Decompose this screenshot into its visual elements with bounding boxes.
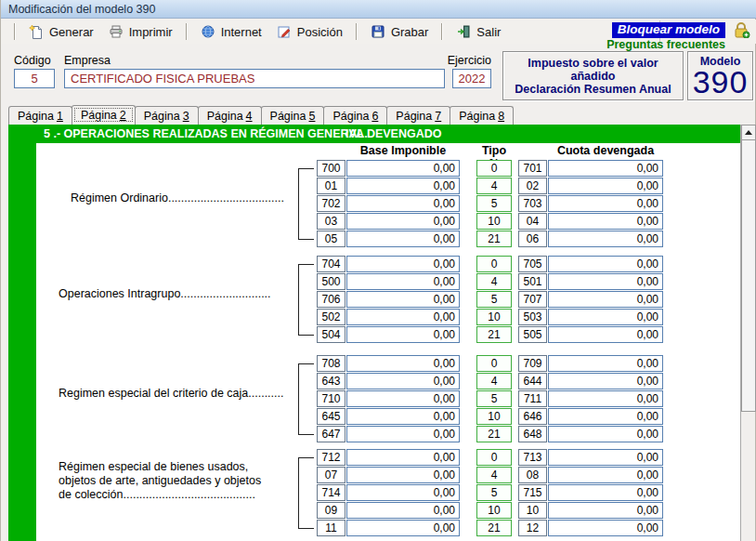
grabar-button[interactable]: Grabar	[363, 22, 436, 41]
base-imponible-field-05[interactable]: 0,00	[346, 231, 460, 247]
tipo-percent-box: 5	[476, 390, 512, 407]
cuota-devengada-field-08[interactable]: 0,00	[548, 467, 663, 483]
box-code-708: 708	[317, 355, 345, 372]
window-title: Modificación del modelo 390	[8, 3, 155, 16]
tab-pagina-3[interactable]: Página3	[135, 106, 199, 125]
box-code-707: 707	[518, 291, 547, 308]
salir-button[interactable]: Salir	[449, 22, 508, 41]
tipo-percent-box: 0	[476, 355, 512, 372]
codigo-field[interactable]: 5	[14, 69, 55, 88]
cuota-devengada-field-503[interactable]: 0,00	[548, 309, 663, 325]
tab-label: Página	[18, 110, 54, 123]
base-imponible-field-700[interactable]: 0,00	[346, 160, 460, 177]
cuota-devengada-field-644[interactable]: 0,00	[548, 373, 663, 389]
title-bar: Modificación del modelo 390	[1, 0, 756, 19]
printer-icon	[109, 24, 124, 39]
tab-pagina-1[interactable]: Página1	[8, 106, 72, 125]
tab-accel: 1	[57, 110, 63, 123]
scrollbar-thumb[interactable]	[741, 139, 756, 412]
generar-button[interactable]: Generar	[21, 22, 101, 41]
cuota-devengada-field-06[interactable]: 0,00	[548, 231, 663, 247]
base-imponible-field-702[interactable]: 0,00	[346, 195, 460, 212]
tipo-percent-box: 21	[476, 426, 512, 442]
base-imponible-field-01[interactable]: 0,00	[346, 178, 460, 194]
base-imponible-field-704[interactable]: 0,00	[346, 256, 460, 272]
base-imponible-field-502[interactable]: 0,00	[346, 309, 460, 325]
base-imponible-field-643[interactable]: 0,00	[346, 373, 460, 389]
tab-pagina-7[interactable]: Página7	[386, 106, 450, 125]
cuota-devengada-field-501[interactable]: 0,00	[548, 273, 663, 290]
box-code-703: 703	[518, 195, 547, 212]
cuota-devengada-field-709[interactable]: 0,00	[548, 355, 663, 372]
tax-title-line1: Impuesto sobre el valor añadido	[505, 57, 681, 83]
cuota-devengada-field-705[interactable]: 0,00	[548, 256, 663, 272]
cuota-devengada-field-707[interactable]: 0,00	[548, 291, 663, 308]
tab-pagina-8[interactable]: Página8	[450, 106, 514, 125]
tipo-percent-box: 5	[476, 291, 512, 308]
box-code-644: 644	[518, 373, 547, 389]
base-imponible-field-710[interactable]: 0,00	[346, 390, 460, 407]
cuota-devengada-field-10[interactable]: 0,00	[548, 502, 663, 519]
base-imponible-field-647[interactable]: 0,00	[346, 426, 460, 442]
app-window: Modificación del modelo 390 GenerarImpri…	[0, 0, 756, 541]
imprimir-button[interactable]: Imprimir	[101, 22, 180, 41]
padlock-add-icon[interactable]	[732, 21, 750, 38]
cuota-devengada-field-703[interactable]: 0,00	[548, 195, 663, 212]
section-subtitle: IVA DEVENGADO	[345, 125, 442, 143]
toolbar-button-label: Salir	[476, 25, 501, 39]
cuota-devengada-field-646[interactable]: 0,00	[548, 408, 663, 425]
vertical-scrollbar[interactable]	[741, 125, 756, 412]
box-code-711: 711	[518, 390, 547, 407]
tab-label: Página	[332, 110, 369, 123]
tab-pagina-4[interactable]: Página4	[198, 106, 262, 125]
box-code-700: 700	[317, 160, 345, 177]
table-row: 010,004020,00	[8, 178, 741, 195]
box-code-08: 08	[518, 467, 547, 483]
empresa-label: Empresa	[64, 54, 111, 67]
ejercicio-field[interactable]: 2022	[452, 69, 491, 88]
base-imponible-field-07[interactable]: 0,00	[346, 467, 460, 483]
tipo-percent-box: 10	[476, 408, 512, 425]
table-row: 6430,0046440,00	[8, 373, 741, 390]
tab-accel: 4	[246, 110, 253, 123]
box-code-715: 715	[518, 484, 547, 501]
preguntas-frecuentes-link[interactable]: Preguntas frecuentes	[558, 38, 725, 51]
cuota-devengada-field-04[interactable]: 0,00	[548, 213, 663, 230]
tab-accel: 3	[183, 110, 189, 123]
base-imponible-field-708[interactable]: 0,00	[346, 355, 460, 372]
toolbar-button-label: Posición	[297, 25, 343, 39]
cuota-devengada-field-505[interactable]: 0,00	[548, 326, 663, 343]
base-imponible-field-706[interactable]: 0,00	[346, 291, 460, 308]
section-title: 5 .- OPERACIONES REALIZADAS EN RÉGIMEN G…	[44, 125, 368, 143]
empresa-field[interactable]: CERTIFICADO FISICA PRUEBAS	[64, 69, 445, 88]
tab-pagina-6[interactable]: Página6	[323, 106, 387, 125]
base-imponible-field-712[interactable]: 0,00	[346, 449, 460, 466]
cuota-devengada-field-715[interactable]: 0,00	[548, 484, 663, 501]
posición-button[interactable]: Posición	[269, 22, 350, 41]
table-row: 5040,00215050,00	[8, 326, 741, 344]
cuota-devengada-field-02[interactable]: 0,00	[548, 178, 663, 194]
tab-pagina-2[interactable]: Página2	[72, 105, 136, 125]
cuota-devengada-field-713[interactable]: 0,00	[548, 449, 663, 466]
base-imponible-field-645[interactable]: 0,00	[346, 408, 460, 425]
bloquear-modelo-button[interactable]: Bloquear modelo	[612, 22, 725, 38]
tipo-percent-box: 5	[476, 195, 512, 212]
scrollbar-up-button[interactable]	[741, 125, 756, 140]
internet-button[interactable]: Internet	[193, 22, 269, 41]
base-imponible-field-03[interactable]: 0,00	[346, 213, 460, 230]
tab-pagina-5[interactable]: Página5	[261, 106, 325, 125]
table-row: 7100,0057110,00	[8, 390, 741, 408]
base-imponible-field-09[interactable]: 0,00	[346, 502, 460, 519]
page-tabs: Página1Página2Página3Página4Página5Págin…	[8, 105, 513, 125]
cuota-devengada-field-701[interactable]: 0,00	[548, 160, 663, 177]
cuota-devengada-field-12[interactable]: 0,00	[548, 520, 663, 536]
base-imponible-field-11[interactable]: 0,00	[346, 520, 460, 536]
cuota-devengada-field-711[interactable]: 0,00	[548, 390, 663, 407]
box-code-06: 06	[518, 231, 547, 247]
base-imponible-field-504[interactable]: 0,00	[346, 326, 460, 343]
base-imponible-field-714[interactable]: 0,00	[346, 484, 460, 501]
tipo-percent-box: 0	[476, 449, 512, 466]
base-imponible-field-500[interactable]: 0,00	[346, 273, 460, 290]
regime-block-1: Régimen Ordinario.......................…	[8, 160, 741, 248]
cuota-devengada-field-648[interactable]: 0,00	[548, 426, 663, 442]
